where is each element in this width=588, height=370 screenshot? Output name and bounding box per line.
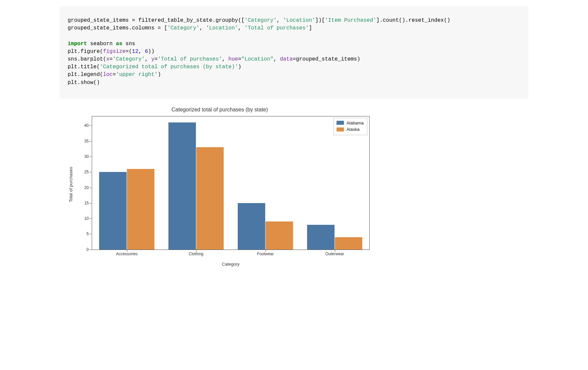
legend-label: Alabama [347,120,364,126]
code-line: plt.figure(figsize=(12, 6)) [68,49,154,55]
notebook-cell: grouped_state_items = filtered_table_by_… [60,6,528,275]
xtick-label: Accessories [116,252,138,256]
output-area: Categorized total of purchases (by state… [60,99,528,275]
ytick [89,203,91,203]
legend-label: Alaska [347,126,360,133]
bar-alaska-accessories [127,169,155,250]
chart-ylabel: Total of purchases [68,151,73,218]
ytick-label: 10 [84,216,89,221]
ytick [89,157,91,157]
code-line: plt.show() [68,80,100,86]
ytick-label: 25 [84,170,89,174]
bar-alabama-clothing [168,122,196,249]
legend-swatch [337,121,344,125]
code-line: sns.barplot(x='Category', y='Total of pu… [68,56,360,62]
ytick-label: 0 [86,247,89,252]
ytick-label: 15 [84,201,89,205]
ytick [89,125,91,126]
bar-alaska-outerwear [335,237,363,250]
bar-alabama-accessories [99,172,127,249]
ytick [89,172,91,172]
ytick [89,188,91,188]
chart: Categorized total of purchases (by state… [62,107,377,267]
legend-swatch [337,127,344,131]
ytick-label: 35 [84,139,89,144]
bar-alaska-clothing [196,147,224,249]
code-cell[interactable]: grouped_state_items = filtered_table_by_… [60,6,528,99]
bar-alaska-footwear [266,221,293,249]
plot-area: 0510152025303540AccessoriesClothingFootw… [92,116,370,250]
xtick-label: Outerwear [325,252,344,256]
code-line: grouped_state_items.columns = ['Category… [68,25,312,31]
bar-alabama-footwear [238,203,266,250]
code-line: plt.title('Categorized total of purchase… [68,64,241,70]
ytick [89,234,91,234]
code-line: plt.legend(loc='upper right') [68,72,161,78]
xtick-label: Footwear [257,252,274,256]
ytick [89,141,91,142]
ytick-label: 20 [84,185,89,190]
code-line: grouped_state_items = filtered_table_by_… [68,17,450,23]
ytick-label: 40 [84,123,89,128]
chart-title: Categorized total of purchases (by state… [62,107,377,113]
code-line: import seaborn as sns [68,41,135,47]
chart-legend: AlabamaAlaska [334,118,367,135]
ytick-label: 30 [84,154,89,159]
legend-item: Alabama [337,120,364,126]
legend-item: Alaska [337,126,364,133]
ytick-label: 5 [86,232,89,236]
ytick [89,250,91,250]
chart-xlabel: Category [92,262,370,267]
bar-alabama-outerwear [307,225,335,250]
ytick [89,218,91,219]
xtick-label: Clothing [189,252,203,256]
